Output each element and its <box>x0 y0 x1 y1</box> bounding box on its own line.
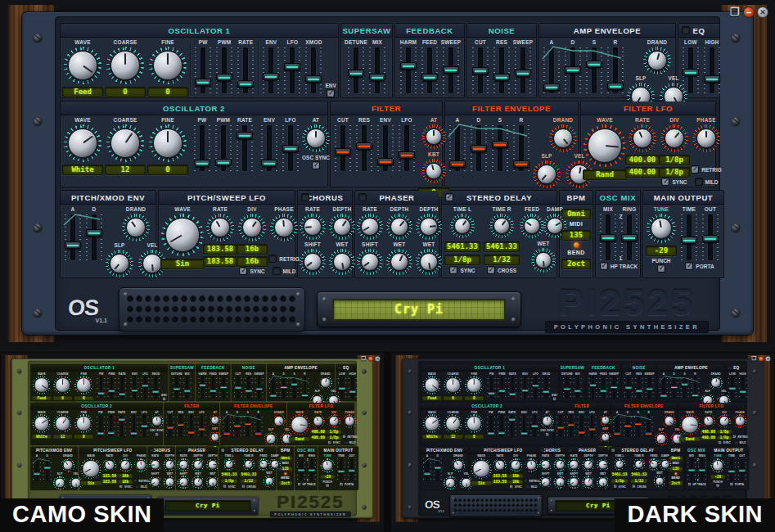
slider-pwm[interactable] <box>214 125 232 171</box>
knob-tune[interactable] <box>320 458 335 473</box>
slider-handle[interactable] <box>498 431 506 435</box>
slider-sweep[interactable] <box>645 376 654 399</box>
slider-handle[interactable] <box>687 469 696 472</box>
knob-coarse[interactable] <box>106 47 144 84</box>
checkbox-x[interactable] <box>338 366 342 370</box>
knob-rate[interactable] <box>206 214 234 241</box>
slider-handle[interactable] <box>33 472 41 476</box>
slider-handle[interactable] <box>704 75 720 83</box>
knob-wet[interactable] <box>654 475 666 487</box>
slider-harm[interactable] <box>399 47 417 93</box>
slider-env[interactable] <box>129 415 138 438</box>
checkbox-x[interactable] <box>221 449 225 453</box>
knob-shift[interactable] <box>300 249 326 275</box>
knob-div[interactable] <box>509 458 523 472</box>
slider-handle[interactable] <box>130 431 138 435</box>
slider-lfo[interactable] <box>282 125 300 171</box>
slider-time[interactable] <box>728 458 737 481</box>
knob-drand[interactable] <box>452 458 466 472</box>
slider-low[interactable] <box>338 376 347 399</box>
knob-slp[interactable] <box>444 476 457 490</box>
slider-mix[interactable] <box>368 47 386 93</box>
knob-rate[interactable] <box>300 214 326 240</box>
slider-detune[interactable] <box>172 376 181 399</box>
slider-handle[interactable] <box>297 469 305 472</box>
slider-a[interactable] <box>543 47 561 93</box>
checkbox-x[interactable] <box>178 449 182 453</box>
close-icon[interactable]: ✕ <box>765 356 771 362</box>
slider-handle[interactable] <box>338 387 346 390</box>
slider-env[interactable] <box>260 125 278 171</box>
checkbox-x[interactable] <box>728 366 732 370</box>
knob-rate[interactable] <box>567 458 580 471</box>
slider-handle[interactable] <box>166 426 174 430</box>
checkbox-retrig[interactable] <box>732 435 737 439</box>
slider-res[interactable] <box>244 376 253 399</box>
slider-pw[interactable] <box>194 47 212 93</box>
slider-high[interactable] <box>348 376 357 399</box>
knob-time-l[interactable] <box>223 458 236 471</box>
knob-wave[interactable] <box>33 376 52 394</box>
slider-env[interactable] <box>577 415 586 438</box>
slider-handle[interactable] <box>434 466 442 469</box>
knob-depth[interactable] <box>597 458 610 471</box>
slider-handle[interactable] <box>498 389 507 392</box>
checkbox-sync[interactable] <box>327 440 331 444</box>
checkbox-retrig[interactable] <box>133 479 137 483</box>
checkbox-mild[interactable] <box>695 178 703 186</box>
slider-harm[interactable] <box>588 376 597 399</box>
knob-rate[interactable] <box>629 124 656 152</box>
knob-coarse[interactable] <box>106 124 144 162</box>
slider-handle[interactable] <box>600 234 616 241</box>
slider-handle[interactable] <box>421 74 438 81</box>
knob-shift[interactable] <box>357 249 383 275</box>
checkbox-osc-sync[interactable] <box>155 432 159 436</box>
knob-wet[interactable] <box>164 476 177 489</box>
knob-coarse[interactable] <box>444 376 462 394</box>
slider-handle[interactable] <box>245 389 253 392</box>
slider-handle[interactable] <box>681 383 689 386</box>
checkbox-hp-track[interactable] <box>687 482 692 486</box>
knob-rate[interactable] <box>357 214 383 240</box>
slider-handle[interactable] <box>449 160 466 168</box>
checkbox-x[interactable] <box>301 193 309 201</box>
knob-at[interactable] <box>421 124 446 149</box>
slider-env[interactable] <box>376 125 394 171</box>
knob-wave[interactable] <box>423 376 442 394</box>
knob-slp[interactable] <box>655 432 669 446</box>
slider-handle[interactable] <box>586 61 602 68</box>
slider-a[interactable] <box>660 376 669 399</box>
checkbox-osc-sync[interactable] <box>312 161 320 169</box>
slider-out[interactable] <box>347 458 356 481</box>
checkbox-sync[interactable] <box>119 485 123 489</box>
slider-handle[interactable] <box>195 79 211 86</box>
slider-pwm[interactable] <box>215 47 233 93</box>
knob-drand[interactable] <box>549 124 577 152</box>
knob-fine[interactable] <box>465 414 484 433</box>
checkbox-x[interactable] <box>540 449 544 453</box>
knob-coarse[interactable] <box>53 376 72 394</box>
slider-mix[interactable]: 21 <box>687 458 696 481</box>
slider-s[interactable] <box>585 47 603 93</box>
checkbox-env[interactable] <box>327 89 335 97</box>
slider-handle[interactable] <box>400 62 417 70</box>
slider-handle[interactable] <box>65 241 81 249</box>
slider-cut[interactable] <box>471 47 489 93</box>
knob-div[interactable] <box>119 458 133 472</box>
slider-feed[interactable] <box>421 47 439 93</box>
knob-rate[interactable] <box>701 414 715 428</box>
knob-coarse[interactable] <box>53 414 72 433</box>
slider-pwm[interactable] <box>107 376 116 399</box>
knob-wet[interactable] <box>416 249 442 275</box>
slider-handle[interactable] <box>97 431 105 435</box>
slider-high[interactable] <box>738 376 747 399</box>
slider-r[interactable] <box>254 415 263 438</box>
copy-window-icon[interactable]: ❐ <box>361 355 367 361</box>
knob-fine[interactable] <box>74 376 93 394</box>
slider-cut[interactable] <box>166 415 175 438</box>
slider-handle[interactable] <box>599 389 607 392</box>
slider-handle[interactable] <box>349 390 357 393</box>
checkbox-sync[interactable] <box>239 267 247 275</box>
slider-handle[interactable] <box>291 383 299 386</box>
slider-handle[interactable] <box>624 385 633 389</box>
